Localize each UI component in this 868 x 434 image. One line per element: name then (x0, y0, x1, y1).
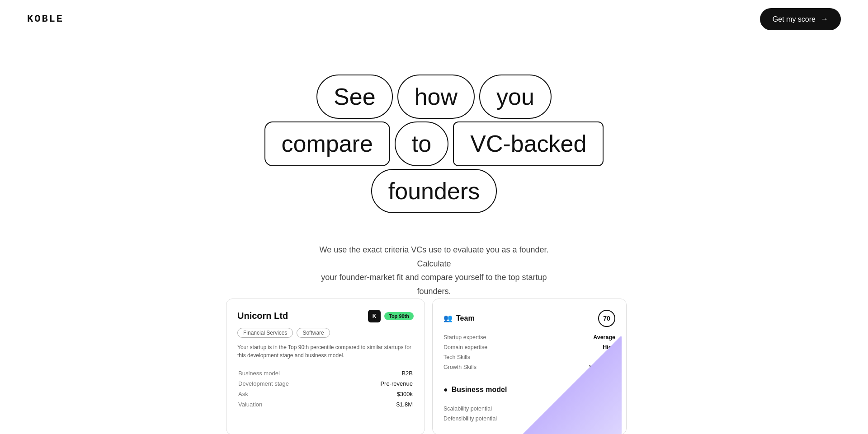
dashboard-left-panel: Unicorn Ltd K Top 90th Financial Service… (226, 299, 425, 434)
bubble-row-3: founders (371, 169, 497, 213)
tag-software: Software (297, 328, 330, 338)
metric-label: Ask (238, 389, 344, 399)
table-row: Business model B2B (238, 369, 413, 378)
bubble-row-1: See how you (316, 75, 552, 119)
get-score-button[interactable]: Get my score → (760, 8, 841, 30)
team-icon: 👥 (443, 314, 453, 322)
table-row: Development stage Pre-revenue (238, 379, 413, 388)
list-item: Startup expertise Average (443, 332, 615, 342)
bubble-vc-backed: VC-backed (453, 121, 604, 166)
metric-label: Business model (238, 369, 344, 378)
tag-financial: Financial Services (237, 328, 293, 338)
company-description: Your startup is in the Top 90th percenti… (237, 343, 414, 359)
hero-section: See how you compare to VC-backed found (0, 38, 868, 434)
metric-label: Valuation (238, 400, 344, 409)
team-section-title: 👥 Team (443, 314, 475, 322)
top-badge: Top 90th (384, 312, 414, 320)
k-logo-icon: K (368, 310, 381, 322)
biz-icon: ● (443, 386, 448, 394)
list-item: Domain expertise High (443, 342, 615, 352)
metric-value: $300k (345, 389, 413, 399)
bubble-compare: compare (264, 121, 390, 166)
metric-value: Pre-revenue (345, 379, 413, 388)
list-item: Tech Skills Low (443, 352, 615, 362)
company-badge-area: K Top 90th (368, 310, 414, 322)
bubble-how: how (397, 75, 475, 119)
team-score-circle: 70 (598, 310, 615, 327)
tag-row: Financial Services Software (237, 328, 414, 338)
metrics-table: Business model B2B Development stage Pre… (237, 368, 414, 410)
team-metrics-list: Startup expertise Average Domain experti… (443, 332, 615, 372)
headline-bubbles: See how you compare to VC-backed found (264, 75, 604, 216)
team-section-header: 👥 Team 70 (443, 310, 615, 327)
get-score-label: Get my score (773, 15, 816, 23)
bubble-see: See (316, 75, 393, 119)
company-header: Unicorn Ltd K Top 90th (237, 310, 414, 322)
arrow-icon: → (820, 14, 828, 24)
dashboard-preview: Unicorn Ltd K Top 90th Financial Service… (219, 299, 649, 434)
bubble-to: to (395, 121, 448, 166)
hero-subtitle: We use the exact criteria VCs use to eva… (316, 243, 552, 298)
logo: KOBLE (27, 14, 64, 25)
navbar: KOBLE Get my score → (0, 0, 868, 38)
metric-label: Development stage (238, 379, 344, 388)
biz-section-title: ● Business model (443, 386, 507, 394)
company-name: Unicorn Ltd (237, 311, 288, 321)
table-row: Valuation $1.8M (238, 400, 413, 409)
bubble-founders: founders (371, 169, 497, 213)
table-row: Ask $300k (238, 389, 413, 399)
metric-value: $1.8M (345, 400, 413, 409)
metric-value: B2B (345, 369, 413, 378)
bubble-you: you (479, 75, 552, 119)
bubble-row-2: compare to VC-backed (264, 121, 604, 166)
